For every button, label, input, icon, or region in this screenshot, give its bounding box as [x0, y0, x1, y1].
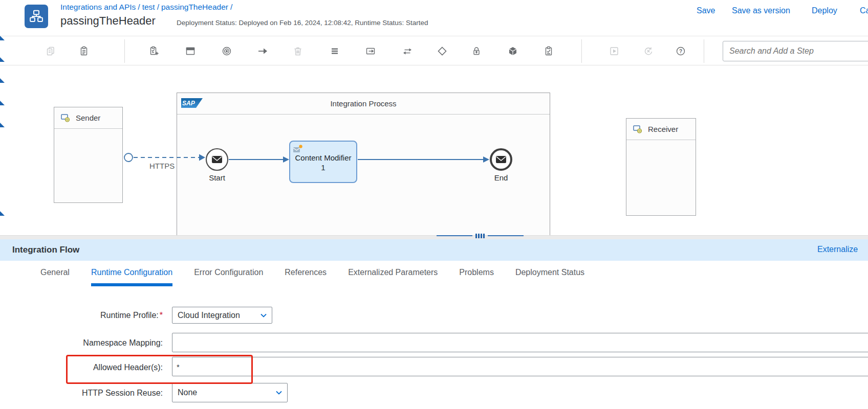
delete-icon[interactable] [292, 45, 304, 57]
breadcrumb-separator: / [155, 3, 161, 11]
cancel-button[interactable]: Cancel [860, 6, 868, 15]
http-session-reuse-select[interactable]: None [172, 383, 288, 402]
runtime-profile-select[interactable]: Cloud Integration [172, 307, 272, 324]
tab-externalized-parameters[interactable]: Externalized Parameters [348, 261, 438, 286]
page-title: passingTheHeader [60, 14, 156, 28]
sap-logo: SAP [181, 97, 204, 109]
externalize-button[interactable]: Externalize [817, 245, 858, 254]
runtime-configuration-form: Runtime Profile:* Cloud Integration Name… [0, 289, 868, 409]
router-icon[interactable] [436, 45, 448, 57]
svg-text:SAP: SAP [182, 100, 196, 107]
receiver-pool[interactable]: Receiver [626, 118, 696, 216]
data-transform-icon[interactable] [401, 45, 414, 57]
start-event-node[interactable] [205, 148, 229, 171]
save-button[interactable]: Save [697, 6, 715, 15]
namespace-mapping-label: Namespace Mapping: [51, 338, 163, 348]
connection-protocol-label: HTTPS [149, 162, 180, 170]
toolbar-separator [124, 39, 125, 63]
content-modifier-label: Content Modifier [290, 153, 356, 163]
edge-marker-icon [0, 36, 5, 40]
search-add-step-input[interactable] [723, 41, 868, 61]
tab-runtime-configuration[interactable]: Runtime Configuration [91, 261, 172, 286]
tab-problems[interactable]: Problems [459, 261, 494, 286]
http-session-reuse-label: HTTP Session Reuse: [51, 389, 163, 398]
simulate-play-icon[interactable] [608, 45, 620, 57]
tab-deployment-status[interactable]: Deployment Status [515, 261, 584, 286]
content-modifier-node[interactable]: Content Modifier 1 [289, 141, 357, 183]
breadcrumb-separator: / [228, 3, 234, 11]
message-envelope-icon [496, 156, 506, 163]
start-event-label: Start [197, 173, 237, 182]
splitter-grip-icon[interactable] [437, 233, 524, 239]
allowed-headers-label: Allowed Header(s): [51, 363, 163, 372]
add-step-icon[interactable] [148, 45, 160, 57]
integration-flow-app-icon [25, 5, 48, 28]
deploy-button[interactable]: Deploy [812, 6, 837, 15]
message-envelope-icon [212, 156, 222, 163]
process-icon[interactable] [329, 45, 341, 57]
chevron-down-icon [259, 311, 268, 320]
content-modifier-label-number: 1 [290, 163, 356, 172]
restart-icon[interactable] [642, 45, 655, 57]
panel-tabs: General Runtime Configuration Error Conf… [0, 261, 868, 289]
edge-marker-icon [0, 123, 5, 127]
participant-icon[interactable] [184, 45, 197, 57]
move-arrow-icon[interactable] [256, 45, 269, 57]
target-icon[interactable] [221, 45, 233, 57]
panel-splitter[interactable] [0, 235, 868, 239]
breadcrumb-separator: / [136, 3, 142, 11]
page-header: Integrations and APIs/test/passingTheHea… [0, 0, 868, 36]
edge-marker-icon [0, 211, 5, 216]
flow-canvas[interactable]: Sender Receiver [0, 65, 868, 235]
paste-icon[interactable] [78, 45, 90, 57]
receiver-label: Receiver [648, 125, 678, 133]
end-event-node[interactable] [489, 148, 513, 171]
toolbar-separator [581, 39, 582, 63]
breadcrumb-link-passingtheheader[interactable]: passingTheHeader [161, 3, 228, 11]
tab-general[interactable]: General [40, 261, 70, 286]
sender-pool[interactable]: Sender [54, 107, 123, 203]
edge-marker-icon [0, 101, 5, 105]
edge-marker-icon [0, 78, 5, 83]
breadcrumb-link-test[interactable]: test [142, 3, 155, 11]
save-as-version-button[interactable]: Save as version [732, 6, 790, 15]
end-event-label: End [481, 173, 522, 182]
deployment-status-text: Deployment Status: Deployed on Feb 16, 2… [177, 19, 428, 27]
breadcrumb-link-integrations-and-apis[interactable]: Integrations and APIs [60, 3, 136, 11]
security-lock-icon[interactable] [470, 45, 483, 57]
sap-integration-suite-window: Integrations and APIs/test/passingTheHea… [0, 0, 868, 409]
integration-process-title: Integration Process [330, 99, 396, 108]
checklist-icon[interactable] [542, 45, 555, 57]
runtime-profile-label: Runtime Profile:* [51, 311, 163, 320]
sender-label: Sender [76, 113, 100, 122]
chevron-down-icon [275, 389, 283, 397]
participant-system-icon [60, 113, 71, 123]
panel-title: Integration Flow [12, 245, 79, 255]
svg-text:?: ? [679, 49, 682, 54]
editor-toolbar: ? [0, 36, 868, 65]
properties-panel-header: Integration Flow Externalize [0, 239, 868, 261]
namespace-mapping-input[interactable] [172, 333, 868, 352]
edge-marker-icon [0, 57, 5, 62]
software-package-icon[interactable] [507, 45, 519, 57]
connection-endpoint-circle [124, 153, 133, 162]
tab-error-configuration[interactable]: Error Configuration [194, 261, 263, 286]
help-icon[interactable]: ? [675, 45, 687, 57]
allowed-headers-input[interactable] [172, 357, 868, 376]
breadcrumb: Integrations and APIs/test/passingTheHea… [60, 3, 234, 12]
tab-references[interactable]: References [285, 261, 327, 286]
toolbar-separator [704, 39, 704, 63]
copy-icon[interactable] [45, 45, 57, 57]
required-asterisk: * [160, 311, 163, 320]
participant-system-icon [633, 124, 643, 134]
sitemap-icon [29, 9, 44, 24]
external-call-icon[interactable] [364, 45, 377, 57]
